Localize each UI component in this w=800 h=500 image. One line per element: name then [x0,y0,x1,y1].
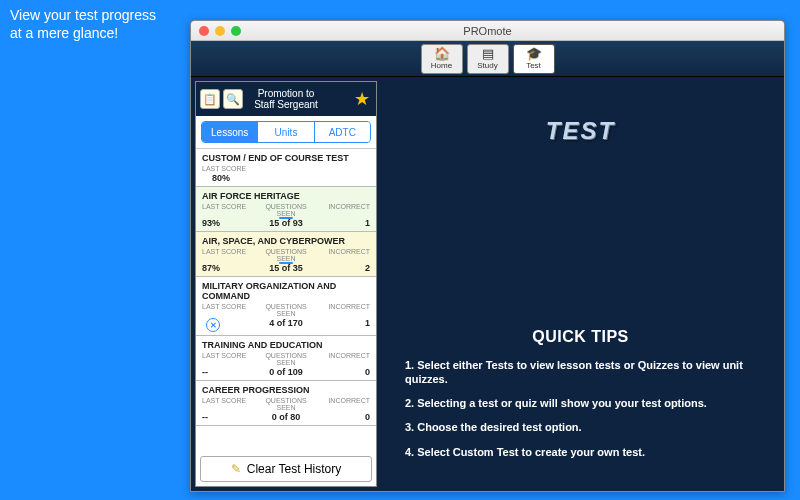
caption-line-2: at a mere glance! [10,25,118,41]
segment-control: Lessons Units ADTC [201,121,371,143]
list-item[interactable]: TRAINING AND EDUCATION LAST SCORE QUESTI… [196,336,376,381]
zoom-icon[interactable] [231,26,241,36]
content-area: 📋 🔍 Promotion toStaff Sergeant ★ Lessons… [191,77,784,491]
study-label: Study [477,61,497,70]
search-button[interactable]: 🔍 [223,89,243,109]
close-icon[interactable] [199,26,209,36]
test-button[interactable]: 🎓 Test [513,44,555,74]
tab-adtc[interactable]: ADTC [315,122,370,142]
minimize-icon[interactable] [215,26,225,36]
caption-line-1: View your test progress [10,7,156,23]
marketing-caption: View your test progress at a mere glance… [10,6,156,42]
main-toolbar: 🏠 Home ▤ Study 🎓 Test [191,41,784,77]
study-icon: ▤ [482,47,494,60]
test-label: Test [526,61,541,70]
tab-lessons[interactable]: Lessons [202,122,258,142]
detail-panel: TEST QUICK TIPS 1. Select either Tests t… [377,77,784,491]
tip-2: 2. Selecting a test or quiz will show yo… [405,396,756,410]
tip-4: 4. Select Custom Test to create your own… [405,445,756,459]
panel-header: 📋 🔍 Promotion toStaff Sergeant ★ [196,82,376,116]
home-icon: 🏠 [434,47,450,60]
notes-button[interactable]: 📋 [200,89,220,109]
study-button[interactable]: ▤ Study [467,44,509,74]
lessons-panel: 📋 🔍 Promotion toStaff Sergeant ★ Lessons… [195,81,377,487]
list-item[interactable]: AIR FORCE HERITAGE LAST SCORE QUESTIONS … [196,187,376,232]
list-item[interactable]: MILITARY ORGANIZATION AND COMMAND LAST S… [196,277,376,336]
tip-3: 3. Choose the desired test option. [405,420,756,434]
titlebar: PROmote [191,21,784,41]
clear-history-button[interactable]: ✎ Clear Test History [200,456,372,482]
app-window: PROmote 🏠 Home ▤ Study 🎓 Test 📋 🔍 Promot… [190,20,785,492]
tip-1: 1. Select either Tests to view lesson te… [405,358,756,387]
quick-tips-heading: QUICK TIPS [405,328,756,346]
clear-label: Clear Test History [247,462,341,476]
test-logo: TEST [405,117,756,145]
list-item[interactable]: AIR, SPACE, AND CYBERPOWER LAST SCORE QU… [196,232,376,277]
brush-icon: ✎ [231,462,241,476]
list-item[interactable]: CAREER PROGRESSION LAST SCORE QUESTIONS … [196,381,376,426]
quick-tips: QUICK TIPS 1. Select either Tests to vie… [405,328,756,469]
home-button[interactable]: 🏠 Home [421,44,463,74]
favorite-button[interactable]: ★ [352,89,372,109]
list-item[interactable]: CUSTOM / END OF COURSE TEST LAST SCORE 8… [196,149,376,187]
home-label: Home [431,61,452,70]
test-icon: 🎓 [526,47,542,60]
tab-units[interactable]: Units [258,122,314,142]
window-controls [199,26,241,36]
badge-icon: ✕ [206,318,220,332]
lesson-list: CUSTOM / END OF COURSE TEST LAST SCORE 8… [196,148,376,452]
window-title: PROmote [191,25,784,37]
